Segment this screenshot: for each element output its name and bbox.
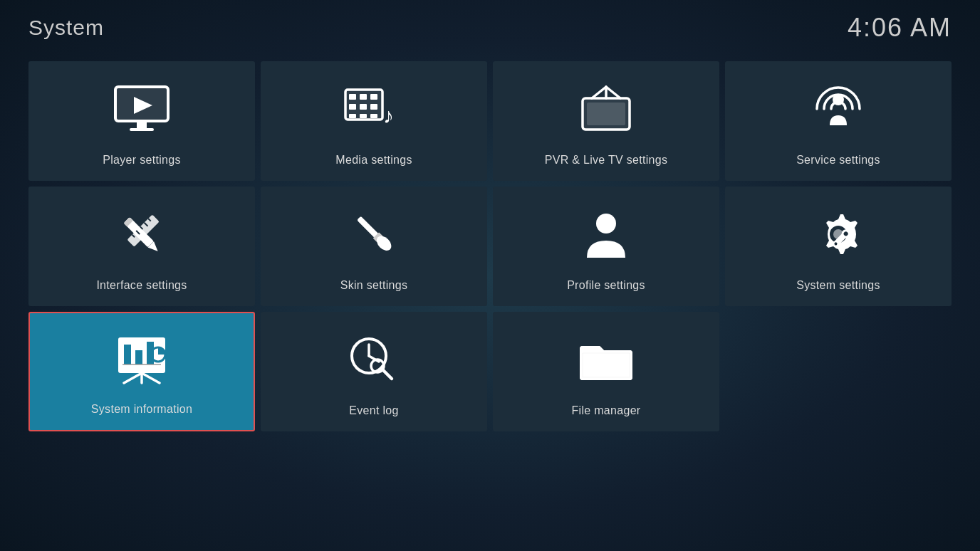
svg-rect-8 bbox=[360, 94, 367, 100]
interface-settings-label: Interface settings bbox=[96, 279, 187, 292]
svg-line-17 bbox=[592, 87, 606, 98]
svg-text:♪: ♪ bbox=[383, 104, 394, 127]
skin-settings-label: Skin settings bbox=[340, 279, 408, 292]
system-settings-label: System settings bbox=[796, 279, 880, 292]
event-log-label: Event log bbox=[349, 404, 398, 417]
clock: 4:06 AM bbox=[848, 13, 952, 43]
svg-point-23 bbox=[833, 94, 844, 105]
svg-rect-11 bbox=[360, 104, 367, 110]
tile-interface-settings[interactable]: Interface settings bbox=[28, 187, 255, 306]
tile-system-information[interactable]: System information bbox=[28, 312, 255, 431]
svg-rect-9 bbox=[370, 94, 377, 100]
file-manager-label: File manager bbox=[572, 404, 641, 417]
svg-line-45 bbox=[142, 373, 160, 383]
player-settings-icon bbox=[36, 74, 248, 144]
tile-file-manager[interactable]: File manager bbox=[493, 312, 719, 431]
system-information-icon bbox=[37, 326, 246, 393]
interface-settings-icon bbox=[36, 199, 248, 269]
svg-rect-13 bbox=[349, 114, 356, 118]
svg-rect-3 bbox=[130, 128, 154, 131]
skin-settings-icon bbox=[268, 199, 480, 269]
svg-rect-48 bbox=[124, 345, 131, 364]
tile-system-settings[interactable]: System settings bbox=[725, 187, 952, 306]
media-settings-icon: ♪ bbox=[268, 74, 480, 144]
empty-tile bbox=[725, 312, 952, 431]
tile-profile-settings[interactable]: Profile settings bbox=[493, 187, 719, 306]
service-settings-label: Service settings bbox=[796, 154, 880, 167]
app-header: System 4:06 AM bbox=[0, 0, 980, 50]
system-settings-icon bbox=[732, 199, 944, 269]
svg-rect-22 bbox=[587, 103, 625, 125]
profile-settings-label: Profile settings bbox=[567, 279, 645, 292]
tile-event-log[interactable]: Event log bbox=[261, 312, 487, 431]
svg-rect-2 bbox=[137, 121, 147, 128]
svg-rect-12 bbox=[370, 104, 377, 110]
svg-rect-7 bbox=[349, 94, 356, 100]
pvr-settings-icon bbox=[500, 74, 712, 144]
media-settings-label: Media settings bbox=[335, 154, 412, 167]
svg-point-36 bbox=[596, 214, 616, 233]
profile-settings-icon bbox=[500, 199, 712, 269]
service-settings-icon bbox=[732, 74, 944, 144]
tile-pvr-settings[interactable]: PVR & Live TV settings bbox=[493, 61, 719, 181]
app-title: System bbox=[28, 16, 104, 40]
player-settings-label: Player settings bbox=[103, 154, 180, 167]
pvr-settings-label: PVR & Live TV settings bbox=[545, 154, 668, 167]
tile-player-settings[interactable]: Player settings bbox=[28, 61, 255, 181]
svg-rect-49 bbox=[135, 350, 142, 364]
svg-rect-15 bbox=[370, 114, 377, 118]
tile-service-settings[interactable]: Service settings bbox=[725, 61, 952, 181]
svg-rect-10 bbox=[349, 104, 356, 110]
file-manager-icon bbox=[500, 325, 712, 394]
settings-grid: Player settings ♪ Media settings bbox=[0, 53, 980, 440]
tile-skin-settings[interactable]: Skin settings bbox=[261, 187, 487, 306]
svg-line-44 bbox=[124, 373, 142, 383]
system-information-label: System information bbox=[91, 403, 192, 416]
event-log-icon bbox=[268, 325, 480, 394]
svg-line-18 bbox=[606, 87, 620, 98]
svg-rect-14 bbox=[360, 114, 367, 118]
tile-media-settings[interactable]: ♪ Media settings bbox=[261, 61, 487, 181]
